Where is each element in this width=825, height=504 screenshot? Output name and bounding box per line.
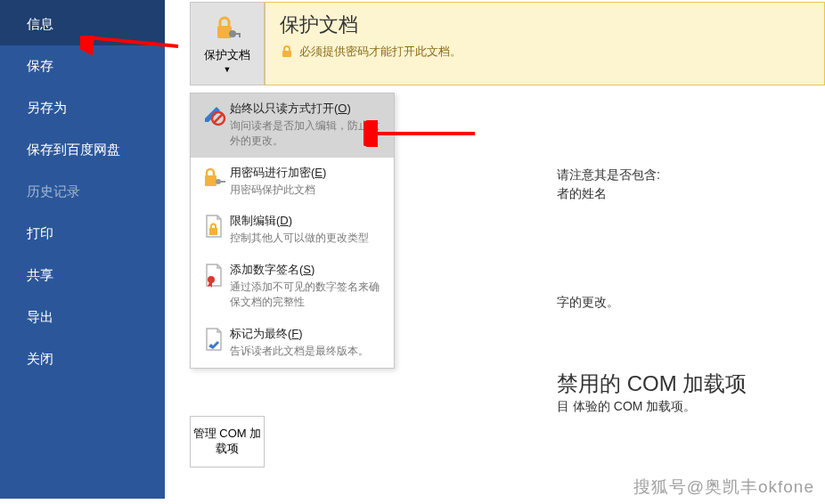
lock-key-icon [212,13,242,44]
svg-rect-9 [220,181,225,183]
sidebar-item-saveas[interactable]: 另存为 [0,87,165,129]
sidebar-item-close[interactable]: 关闭 [0,338,165,380]
doc-check-icon [198,326,230,359]
annotation-arrow-icon [363,120,479,147]
menu-item-title: 限制编辑(D) [230,213,387,229]
menu-item-title: 用密码进行加密(E) [230,165,387,181]
menu-item-title: 添加数字签名(S) [230,262,387,278]
banner-title: 保护文档 [280,12,810,38]
menu-item-title: 标记为最终(F) [230,326,387,342]
lock-key-icon [198,165,230,198]
svg-point-11 [208,276,215,283]
menu-item-signature[interactable]: 添加数字签名(S) 通过添加不可见的数字签名来确保文档的完整性 [191,255,394,319]
bg-text: 请注意其是否包含: [557,167,660,183]
protect-banner: 保护文档 必须提供密码才能打开此文档。 [265,2,825,85]
doc-ribbon-icon [198,262,230,310]
menu-item-desc: 通过添加不可见的数字签名来确保文档的完整性 [230,280,387,310]
chevron-down-icon: ▼ [224,65,232,74]
bg-text: 字的更改。 [557,295,619,311]
svg-rect-7 [205,175,216,186]
main-panel: 保护文档 ▼ 保护文档 必须提供密码才能打开此文档。 [165,0,825,499]
menu-item-restrict[interactable]: 限制编辑(D) 控制其他人可以做的更改类型 [191,206,394,255]
watermark-text: 搜狐号@奥凯丰okfone [633,476,814,499]
protect-button-label: 保护文档 [204,47,250,63]
sidebar-item-export[interactable]: 导出 [0,297,165,338]
lock-icon [280,45,294,59]
menu-item-desc: 告诉读者此文档是最终版本。 [230,344,387,359]
pencil-blocked-icon [198,101,230,149]
sidebar-item-baidu[interactable]: 保存到百度网盘 [0,129,165,171]
sidebar-item-print[interactable]: 打印 [0,213,165,255]
menu-item-markfinal[interactable]: 标记为最终(F) 告诉读者此文档是最终版本。 [191,319,394,368]
doc-lock-icon [198,213,230,246]
manage-com-addins-button[interactable]: 管理 COM 加载项 [190,416,265,467]
menu-item-desc: 控制其他人可以做的更改类型 [230,231,387,246]
svg-line-12 [87,37,178,46]
svg-rect-10 [209,228,217,235]
sidebar-item-share[interactable]: 共享 [0,255,165,297]
svg-rect-3 [239,33,241,37]
bg-text: 目 体验的 COM 加载项。 [557,399,696,415]
menu-item-title: 始终以只读方式打开(O) [230,101,387,117]
bg-text: 者的姓名 [557,186,607,202]
svg-rect-4 [282,51,291,57]
menu-item-encrypt[interactable]: 用密码进行加密(E) 用密码保护此文档 [191,158,394,207]
annotation-arrow-icon [80,36,187,80]
com-addins-heading: 禁用的 COM 加载项 [557,370,747,398]
menu-item-desc: 用密码保护此文档 [230,183,387,198]
banner-message: 必须提供密码才能打开此文档。 [299,44,462,60]
sidebar-item-history: 历史记录 [0,171,165,213]
protect-document-button[interactable]: 保护文档 ▼ [190,2,265,85]
